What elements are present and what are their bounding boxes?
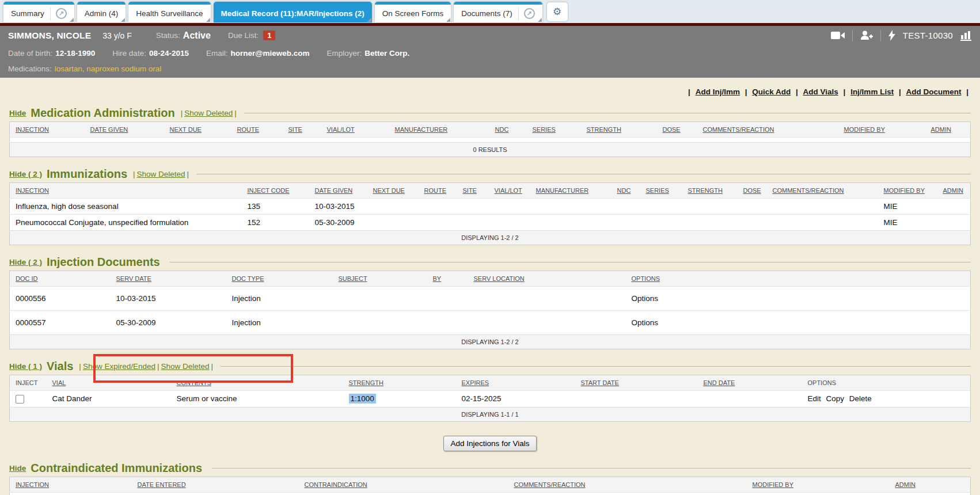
col-route[interactable]: ROUTE: [231, 122, 283, 138]
col-dose[interactable]: DOSE: [738, 183, 767, 199]
col-ndc[interactable]: NDC: [489, 122, 527, 138]
medications-label: Medications:: [8, 64, 52, 73]
due-list-badge[interactable]: 1: [263, 31, 275, 40]
vials-hide-link[interactable]: Hide ( 1 ): [9, 362, 42, 371]
col-options: OPTIONS: [802, 375, 971, 391]
tab-on-screen-forms[interactable]: On Screen Forms: [375, 2, 451, 22]
col-start-date[interactable]: START DATE: [575, 375, 698, 391]
col-admin[interactable]: ADMIN: [925, 122, 971, 138]
separator: [852, 30, 853, 41]
add-injections-for-vials-button[interactable]: Add Injections for Vials: [443, 436, 536, 451]
email-value: horner@mieweb.com: [230, 49, 309, 58]
col-vial-lot[interactable]: VIAL/LOT: [321, 122, 389, 138]
tab-documents[interactable]: Documents (7) ↗: [454, 2, 542, 22]
col-date-given[interactable]: DATE GIVEN: [309, 183, 367, 199]
options-link[interactable]: Options: [626, 311, 971, 335]
col-dose[interactable]: DOSE: [657, 122, 697, 138]
quick-add-link[interactable]: Quick Add: [752, 87, 791, 96]
col-manufacturer[interactable]: MANUFACTURER: [530, 183, 611, 199]
med-admin-show-deleted-link[interactable]: Show Deleted: [184, 109, 233, 117]
add-person-icon[interactable]: [860, 31, 873, 40]
tab-summary[interactable]: Summary ↗: [3, 2, 74, 22]
add-document-link[interactable]: Add Document: [906, 87, 961, 96]
external-link-icon[interactable]: ↗: [56, 8, 67, 19]
col-next-due[interactable]: NEXT DUE: [367, 183, 419, 199]
col-series[interactable]: SERIES: [640, 183, 682, 199]
immunizations-hide-link[interactable]: Hide ( 2 ): [9, 170, 42, 178]
col-modified-by[interactable]: MODIFIED BY: [878, 183, 937, 199]
col-contents[interactable]: CONTENTS: [171, 375, 343, 391]
col-inject-code[interactable]: INJECT CODE: [242, 183, 309, 199]
contraindicated-hide-link[interactable]: Hide: [9, 464, 26, 473]
bar-chart-icon[interactable]: [960, 31, 972, 41]
col-injection[interactable]: INJECTION: [10, 477, 132, 492]
tab-health-surveillance[interactable]: Health Surveillance: [128, 2, 210, 22]
col-manufacturer[interactable]: MANUFACTURER: [389, 122, 489, 138]
tab-medical-record[interactable]: Medical Record (11):MAR/Injections (2): [214, 2, 372, 22]
col-injection[interactable]: INJECTION: [10, 183, 242, 199]
col-options[interactable]: OPTIONS: [626, 271, 971, 287]
col-site[interactable]: SITE: [283, 122, 321, 138]
col-vial-lot[interactable]: VIAL/LOT: [489, 183, 530, 199]
col-injection[interactable]: INJECTION: [10, 122, 85, 138]
med-admin-hide-link[interactable]: Hide: [9, 109, 26, 117]
col-subject[interactable]: SUBJECT: [333, 271, 427, 287]
col-strength[interactable]: STRENGTH: [343, 375, 456, 391]
col-admin[interactable]: ADMIN: [937, 183, 971, 199]
col-admin[interactable]: ADMIN: [890, 477, 971, 492]
immunizations-show-deleted-link[interactable]: Show Deleted: [137, 170, 185, 178]
col-serv-date[interactable]: SERV DATE: [111, 271, 226, 287]
col-by[interactable]: BY: [427, 271, 468, 287]
employer-label: Employer:: [326, 49, 362, 58]
col-doc-id[interactable]: DOC ID: [10, 271, 111, 287]
col-doc-type[interactable]: DOC TYPE: [226, 271, 333, 287]
delete-link[interactable]: Delete: [849, 394, 872, 403]
due-list-label: Due List:: [228, 31, 259, 40]
col-series[interactable]: SERIES: [527, 122, 581, 138]
add-inj-imm-link[interactable]: Add Inj/Imm: [696, 87, 740, 96]
settings-tab[interactable]: ⚙: [547, 2, 568, 21]
vials-show-expired-link[interactable]: Show Expired/Ended: [83, 362, 155, 371]
inject-code: 135: [242, 199, 309, 215]
col-expires[interactable]: EXPIRES: [456, 375, 575, 391]
col-ndc[interactable]: NDC: [611, 183, 640, 199]
col-comments-reaction[interactable]: COMMENTS/REACTION: [697, 122, 838, 138]
col-end-date[interactable]: END DATE: [698, 375, 802, 391]
col-date-given[interactable]: DATE GIVEN: [85, 122, 164, 138]
section-rule: [170, 262, 971, 262]
options-link[interactable]: Options: [626, 287, 971, 311]
med-admin-table: INJECTION DATE GIVEN NEXT DUE ROUTE SITE…: [9, 121, 971, 157]
col-route[interactable]: ROUTE: [419, 183, 457, 199]
add-vials-link[interactable]: Add Vials: [803, 87, 838, 96]
medications-value[interactable]: losartan, naproxen sodium oral: [55, 64, 161, 73]
col-strength[interactable]: STRENGTH: [682, 183, 738, 199]
tab-health-surveillance-label: Health Surveillance: [136, 9, 203, 18]
tab-admin[interactable]: Admin (4): [77, 2, 126, 22]
copy-link[interactable]: Copy: [826, 394, 845, 403]
col-serv-location[interactable]: SERV LOCATION: [468, 271, 626, 287]
doc-id[interactable]: 0000557: [10, 311, 111, 335]
col-comments-reaction[interactable]: COMMENTS/REACTION: [508, 477, 747, 492]
injection-documents-hide-link[interactable]: Hide ( 2 ): [9, 258, 42, 266]
col-modified-by[interactable]: MODIFIED BY: [747, 477, 890, 492]
modified-by: MIE: [878, 215, 937, 231]
video-camera-icon[interactable]: [831, 31, 845, 40]
col-date-entered[interactable]: DATE ENTERED: [132, 477, 299, 492]
lightning-icon[interactable]: [888, 30, 895, 41]
vials-show-deleted-link[interactable]: Show Deleted: [161, 362, 209, 371]
section-rule: [244, 113, 971, 113]
vial-checkbox[interactable]: [16, 395, 24, 403]
dob-value: 12-18-1990: [55, 49, 95, 58]
col-contraindication[interactable]: CONTRAINDICATION: [299, 477, 508, 492]
col-site[interactable]: SITE: [457, 183, 489, 199]
col-next-due[interactable]: NEXT DUE: [164, 122, 231, 138]
col-strength[interactable]: STRENGTH: [581, 122, 657, 138]
inj-imm-list-link[interactable]: Inj/Imm List: [850, 87, 894, 96]
col-modified-by[interactable]: MODIFIED BY: [838, 122, 925, 138]
col-vial[interactable]: VIAL: [47, 375, 171, 391]
edit-link[interactable]: Edit: [808, 394, 821, 403]
external-link-icon[interactable]: ↗: [524, 8, 535, 19]
injection-documents-paging-row: DISPLAYING 1-2 / 2: [10, 335, 971, 349]
col-comments-reaction[interactable]: COMMENTS/REACTION: [767, 183, 878, 199]
doc-id[interactable]: 0000556: [10, 287, 111, 311]
